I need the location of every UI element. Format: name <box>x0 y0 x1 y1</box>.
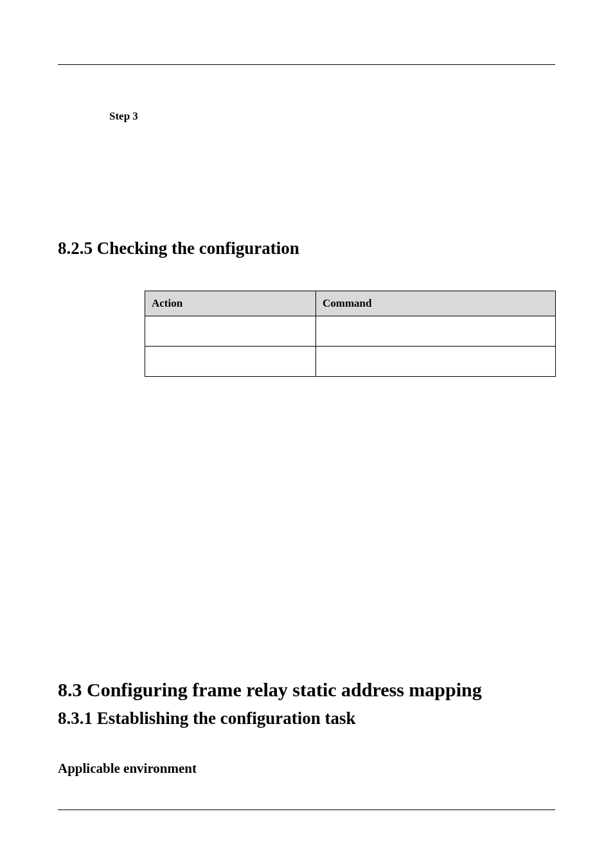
step-label: Step 3 <box>109 110 555 123</box>
table-cell-action <box>145 316 316 347</box>
table-cell-command <box>316 316 556 347</box>
table-row <box>145 316 556 347</box>
top-rule <box>58 64 555 65</box>
table-header-command: Command <box>316 291 556 316</box>
table-header-action: Action <box>145 291 316 316</box>
bottom-rule <box>58 809 555 810</box>
page: Step 3 8.2.5 Checking the configuration … <box>0 0 613 868</box>
heading-applicable-environment: Applicable environment <box>58 761 555 777</box>
config-table-wrap: Action Command <box>145 291 555 377</box>
table-header-row: Action Command <box>145 291 556 316</box>
heading-8-3: 8.3 Configuring frame relay static addre… <box>58 679 555 701</box>
heading-8-2-5: 8.2.5 Checking the configuration <box>58 239 555 258</box>
table-cell-command <box>316 347 556 377</box>
heading-8-3-1: 8.3.1 Establishing the configuration tas… <box>58 709 555 728</box>
table-cell-action <box>145 347 316 377</box>
config-table: Action Command <box>145 291 556 377</box>
table-row <box>145 347 556 377</box>
